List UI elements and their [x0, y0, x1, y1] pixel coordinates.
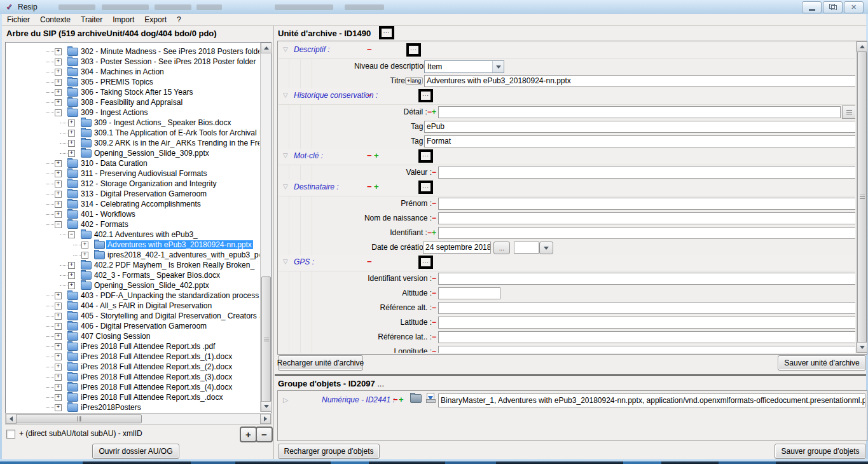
text-field[interactable] — [438, 331, 855, 343]
scroll-up-button[interactable] — [261, 43, 272, 53]
tree-item[interactable]: −402 - Formats — [6, 219, 259, 229]
add-object-button[interactable]: + — [399, 395, 404, 404]
text-field[interactable] — [438, 212, 855, 224]
expand-icon[interactable]: + — [55, 292, 62, 299]
tree-item[interactable]: +403 - PDF-A_Unpacking the standardizati… — [6, 290, 259, 301]
time-field[interactable] — [514, 242, 539, 254]
expand-icon[interactable]: + — [55, 181, 62, 188]
minimize-button[interactable] — [802, 1, 822, 13]
menu-item-fichier[interactable]: Fichier — [2, 15, 35, 25]
remove-field-button[interactable]: − — [427, 107, 432, 116]
expand-icon[interactable]: + — [55, 404, 62, 411]
tree-item[interactable]: +302 - Minute Madness - See iPres 2018 P… — [6, 46, 259, 57]
remove-field-button[interactable]: − — [432, 303, 436, 312]
section-open-icon[interactable]: ▽ — [283, 92, 288, 99]
scroll-left-button[interactable] — [6, 414, 17, 424]
remove-field-button[interactable]: − — [432, 289, 436, 297]
expand-icon[interactable]: + — [68, 262, 75, 269]
expand-icon[interactable]: + — [55, 353, 62, 360]
scroll-down-button[interactable] — [261, 401, 272, 412]
section-more-button[interactable]: ... — [418, 89, 433, 102]
menu-item-contexte[interactable]: Contexte — [35, 15, 76, 25]
expand-icon[interactable]: + — [55, 191, 62, 198]
collapse-icon[interactable]: − — [68, 231, 75, 238]
remove-field-button[interactable]: − — [432, 274, 436, 283]
tree-item[interactable]: +309.1 The Application of E-Ark Tools fo… — [6, 128, 259, 138]
form-scrollbar-thumb[interactable] — [857, 51, 867, 343]
tree-item[interactable]: +312 - Storage Organization and Integrit… — [6, 179, 259, 189]
expand-icon[interactable]: + — [68, 282, 75, 289]
remove-field-button[interactable]: − — [432, 347, 436, 353]
expand-icon[interactable]: + — [55, 201, 62, 208]
text-field[interactable] — [438, 317, 855, 329]
remove-field-button[interactable]: − — [432, 318, 436, 327]
expand-icon[interactable]: + — [55, 374, 62, 381]
text-field[interactable] — [438, 346, 855, 353]
text-field[interactable] — [438, 273, 855, 285]
tree-item[interactable]: +Opening_Session_Slide_309.pptx — [6, 148, 259, 158]
tree-item[interactable]: +308 - Feasibility and Appraisal — [6, 97, 259, 107]
remove-section-button[interactable]: − — [367, 90, 372, 100]
tree-item[interactable]: +iPres 2018 Full Attendee Report.xls_(4)… — [6, 382, 259, 392]
expand-icon[interactable]: + — [55, 364, 62, 371]
expand-icon[interactable]: + — [81, 242, 88, 249]
collapse-icon[interactable]: − — [55, 109, 62, 116]
open-au-og-folder-button[interactable]: Ouvrir dossier AU/OG — [92, 444, 179, 459]
date-field[interactable]: 24 septembre 2018 — [423, 242, 491, 254]
tree-item[interactable]: +304 - Machines in Action — [6, 67, 259, 77]
tree-item[interactable]: +405 - Storytelling and Digital Preserva… — [6, 311, 259, 321]
remove-field-button[interactable]: − — [432, 332, 436, 341]
zoom-out-button[interactable]: − — [256, 426, 273, 442]
expand-icon[interactable]: + — [55, 333, 62, 340]
xmlid-checkbox[interactable] — [6, 430, 15, 439]
remove-section-button[interactable]: − — [367, 44, 372, 54]
expand-icon[interactable]: + — [55, 394, 62, 401]
export-object-icon[interactable] — [425, 393, 435, 403]
tree-item[interactable]: +314 - Celebrating Accomplishments — [6, 199, 259, 209]
binary-master-field[interactable]: BinaryMaster_1, Adventures with ePub3_20… — [438, 393, 865, 407]
expand-icon[interactable]: + — [55, 99, 62, 106]
add-field-button[interactable]: + — [432, 228, 436, 237]
tree-scrollbar-thumb[interactable] — [261, 276, 271, 402]
expand-icon[interactable]: + — [55, 48, 62, 55]
section-more-button[interactable]: ... — [418, 149, 433, 163]
tree-item[interactable]: +311 - Preserving Audiovisual Formats — [6, 168, 259, 179]
open-text-editor-button[interactable] — [842, 106, 855, 119]
text-field[interactable]: Format — [424, 135, 855, 147]
collapse-icon[interactable]: − — [55, 221, 62, 228]
text-field[interactable] — [438, 198, 855, 210]
tree-item[interactable]: +303 - Poster Session - See iPres 2018 P… — [6, 57, 259, 67]
expand-icon[interactable]: + — [68, 119, 75, 126]
expand-icon[interactable]: + — [55, 69, 62, 76]
expand-icon[interactable]: + — [68, 130, 75, 137]
tree-hscrollbar-thumb[interactable] — [16, 414, 142, 423]
expand-icon[interactable]: + — [55, 343, 62, 350]
remove-field-button[interactable]: − — [432, 199, 436, 208]
tree-item[interactable]: +iPres2018Posters — [6, 402, 259, 412]
expand-icon[interactable]: + — [55, 303, 62, 310]
scroll-down-button[interactable] — [857, 342, 867, 353]
tree-item[interactable]: +iPres 2018 Full Attendee Report.xls_(3)… — [6, 372, 259, 382]
section-open-icon[interactable]: ▽ — [283, 258, 288, 265]
scroll-right-button[interactable] — [260, 414, 271, 424]
tree-item[interactable]: +ipres2018_402-1_adventures_with_epub3_p… — [6, 250, 259, 260]
tree-item[interactable]: −309 - Ingest Actions — [6, 107, 259, 118]
save-archive-unit-button[interactable]: Sauver unité d'archive — [778, 355, 866, 371]
menu-item-traiter[interactable]: Traiter — [76, 15, 107, 25]
text-field[interactable] — [438, 302, 855, 314]
tree-item[interactable]: +406 - Digital Preservation Gameroom — [6, 321, 259, 331]
tree-item[interactable]: +310 - Data Curation — [6, 158, 259, 168]
remove-section-button[interactable]: − — [367, 257, 372, 266]
tree-item[interactable]: +Adventures with ePub3_20180924-nn.pptx — [6, 240, 259, 250]
expand-icon[interactable]: + — [55, 58, 62, 65]
add-section-button[interactable]: + — [374, 182, 379, 191]
text-field[interactable] — [438, 227, 855, 239]
menu-item-export[interactable]: Export — [139, 15, 172, 25]
section-open-icon[interactable]: ▽ — [283, 183, 288, 190]
tree-item[interactable]: +401 - Workflows — [6, 209, 259, 219]
add-section-button[interactable]: + — [374, 151, 379, 160]
tree-item[interactable]: +309 - Ingest Actions_ Speaker Bios.docx — [6, 118, 259, 128]
object-group-more-button[interactable]: ... — [377, 379, 384, 388]
expand-icon[interactable]: + — [55, 313, 62, 320]
restore-button[interactable] — [823, 1, 843, 13]
